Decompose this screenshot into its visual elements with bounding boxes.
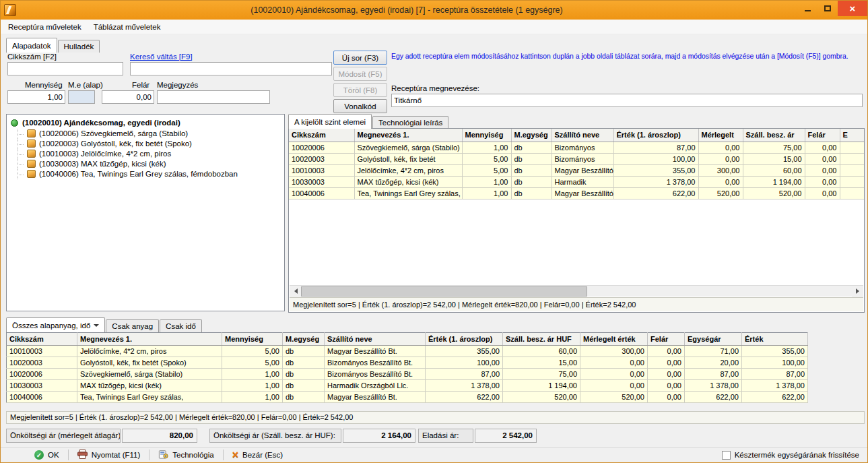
table-cell[interactable]: 1,00 <box>222 369 283 380</box>
table-cell[interactable]: 0,00 <box>648 380 685 392</box>
table-cell[interactable]: 520,00 <box>743 187 805 199</box>
table-cell[interactable]: 1 378,00 <box>685 380 742 392</box>
table-cell[interactable]: db <box>283 357 325 369</box>
table-cell[interactable]: 75,00 <box>743 142 805 153</box>
table-row[interactable]: 10020006Szövegkiemelő, sárga (Stabilo)1,… <box>7 369 808 380</box>
table-cell[interactable]: 0,00 <box>648 357 685 369</box>
table-cell[interactable]: 0,00 <box>648 369 685 380</box>
column-header[interactable]: Mérlegelt érték <box>580 333 648 346</box>
table-cell[interactable]: Tea, Twinings Earl Grey szálas, <box>77 392 222 403</box>
table-cell[interactable]: db <box>511 187 552 199</box>
cikkszam-input[interactable] <box>7 62 123 75</box>
tab-alapadatok[interactable]: Alapadatok <box>6 38 57 53</box>
tab-kijelolt-szint-elemei[interactable]: A kijelölt szint elemei <box>288 114 372 129</box>
table-cell[interactable]: 10010003 <box>289 164 354 176</box>
column-header[interactable]: Érték (1. ároszlop) <box>613 129 698 142</box>
table-cell[interactable]: 1,00 <box>222 380 283 392</box>
table-cell[interactable]: 1,00 <box>222 392 283 403</box>
table-cell[interactable]: 5,00 <box>222 346 283 357</box>
table-cell[interactable]: 1 378,00 <box>742 380 808 392</box>
table-cell[interactable]: 520,00 <box>580 392 648 403</box>
maximize-button[interactable] <box>817 1 838 16</box>
table-row[interactable]: 10010003Jelölőcímke, 4*2 cm, piros5,00db… <box>289 164 864 176</box>
table-cell[interactable]: db <box>283 392 325 403</box>
table-row[interactable]: 10040006Tea, Twinings Earl Grey szálas,1… <box>7 392 808 403</box>
close-esc-button[interactable]: × Bezár (Esc) <box>226 448 290 462</box>
table-cell[interactable]: 1,00 <box>462 176 511 187</box>
vonalkod-button[interactable]: Vonalkód <box>333 99 387 113</box>
table-cell[interactable]: 15,00 <box>503 357 580 369</box>
table-row[interactable]: 10020003Golyóstoll, kék, fix betét5,00db… <box>289 153 864 164</box>
table-row[interactable]: 10030003MAX tűzőgép, kicsi (kék)1,00dbHa… <box>7 380 808 392</box>
table-cell[interactable]: 0,00 <box>580 380 648 392</box>
print-button[interactable]: Nyomtat (F11) <box>71 448 147 462</box>
horizontal-scrollbar[interactable] <box>290 285 863 297</box>
table-cell[interactable]: db <box>511 153 552 164</box>
column-header[interactable]: Megnevezés 1. <box>354 129 462 142</box>
column-header[interactable]: Száll. besz. ár <box>743 129 805 142</box>
table-row[interactable]: 10040006Tea, Twinings Earl Grey szálas,1… <box>289 187 864 199</box>
mennyiseg-input[interactable] <box>7 90 65 104</box>
column-header[interactable]: E <box>840 129 864 142</box>
table-cell[interactable] <box>840 187 864 199</box>
table-cell[interactable]: 100,00 <box>742 357 808 369</box>
column-header[interactable]: Érték <box>742 333 808 346</box>
megjegyzes-input[interactable] <box>157 90 270 104</box>
menu-receptura-muveletek[interactable]: Receptúra műveletek <box>2 21 88 33</box>
table-cell[interactable] <box>840 142 864 153</box>
minimize-button[interactable] <box>797 1 817 16</box>
tab-csak-ido[interactable]: Csak idő <box>160 319 202 332</box>
tree-item[interactable]: (10030003) MAX tűzőgép, kicsi (kék) <box>9 159 283 169</box>
table-cell[interactable]: 5,00 <box>462 164 511 176</box>
table-row[interactable]: 10030003MAX tűzőgép, kicsi (kék)1,00dbHa… <box>289 176 864 187</box>
column-header[interactable]: M.egység <box>511 129 552 142</box>
column-header[interactable]: M.egység <box>283 333 325 346</box>
column-header[interactable]: Mérlegelt <box>698 129 743 142</box>
column-header[interactable]: Mennyiség <box>462 129 511 142</box>
table-cell[interactable]: Bizományos Beszállító Bt. <box>325 357 426 369</box>
technology-button[interactable]: Technológia <box>152 448 220 462</box>
tree-item[interactable]: (10020003) Golyóstoll, kék, fix betét (S… <box>9 139 283 149</box>
column-header[interactable]: Érték (1. ároszlop) <box>426 333 503 346</box>
menu-tablazat-muveletek[interactable]: Táblázat műveletek <box>88 21 167 33</box>
receptura-megnevezes-input[interactable] <box>391 94 863 107</box>
column-header[interactable]: Megnevezés 1. <box>77 333 222 346</box>
table-cell[interactable]: 0,00 <box>648 392 685 403</box>
table-cell[interactable]: Harmadik <box>552 176 613 187</box>
column-header[interactable]: Cikkszám <box>7 333 77 346</box>
table-cell[interactable]: 87,00 <box>685 369 742 380</box>
uj-sor-button[interactable]: Új sor (F3) <box>333 51 387 65</box>
table-cell[interactable]: 0,00 <box>580 369 648 380</box>
table-cell[interactable]: db <box>283 380 325 392</box>
table-cell[interactable]: 622,00 <box>685 392 742 403</box>
table-cell[interactable]: 1 378,00 <box>426 380 503 392</box>
table-cell[interactable]: Magyar Beszállító Bt. <box>325 346 426 357</box>
table-cell[interactable]: 100,00 <box>426 357 503 369</box>
tree-item[interactable]: (10040006) Tea, Twinings Earl Grey szála… <box>9 169 283 179</box>
table-cell[interactable]: 1 194,00 <box>503 380 580 392</box>
table-cell[interactable]: 5,00 <box>462 153 511 164</box>
table-row[interactable]: 10020003Golyóstoll, kék, fix betét (Spok… <box>7 357 808 369</box>
table-cell[interactable]: 300,00 <box>698 164 743 176</box>
table-cell[interactable]: 1 194,00 <box>743 176 805 187</box>
table-cell[interactable]: Szövegkiemelő, sárga (Stabilo) <box>354 142 462 153</box>
table-cell[interactable]: MAX tűzőgép, kicsi (kék) <box>77 380 222 392</box>
table-cell[interactable]: 0,00 <box>580 357 648 369</box>
table-cell[interactable]: Magyar Beszállító Bt. <box>325 392 426 403</box>
table-cell[interactable]: 1,00 <box>462 187 511 199</box>
column-header[interactable]: Szállító neve <box>552 129 613 142</box>
table-cell[interactable]: 87,00 <box>426 369 503 380</box>
table-cell[interactable]: 10030003 <box>289 176 354 187</box>
table-cell[interactable]: 87,00 <box>742 369 808 380</box>
column-header[interactable]: Cikkszám <box>289 129 354 142</box>
table-cell[interactable] <box>840 176 864 187</box>
column-header[interactable]: Száll. besz. ár HUF <box>503 333 580 346</box>
table-cell[interactable]: Magyar Beszállító <box>552 164 613 176</box>
table-cell[interactable]: 71,00 <box>685 346 742 357</box>
column-header[interactable]: Egységár <box>685 333 742 346</box>
table-cell[interactable]: 75,00 <box>503 369 580 380</box>
scrollbar-track[interactable] <box>301 286 852 297</box>
table-cell[interactable]: 10040006 <box>289 187 354 199</box>
table-cell[interactable]: 10030003 <box>7 380 77 392</box>
ok-button[interactable]: ✓ OK <box>28 448 66 462</box>
